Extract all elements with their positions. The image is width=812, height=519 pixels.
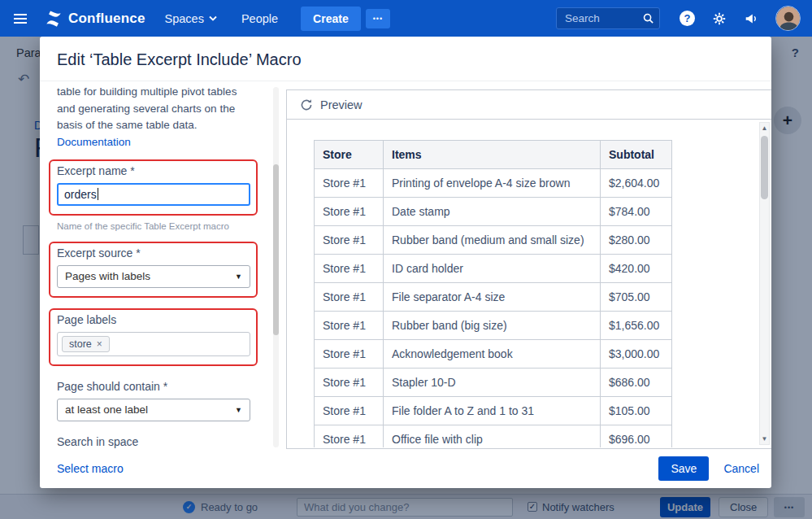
scroll-down-icon[interactable]: ▼ <box>760 434 769 444</box>
table-cell: $280.00 <box>601 226 672 255</box>
hamburger-menu-icon[interactable] <box>14 14 32 24</box>
table-header-row: Store Items Subtotal <box>315 141 672 169</box>
table-cell: Printing of envelope A-4 size brown <box>384 169 601 198</box>
preview-table-body: Store #1Printing of envelope A-4 size br… <box>315 169 672 448</box>
page-should-contain-select[interactable]: at least one label ▼ <box>57 399 250 421</box>
table-cell: $1,656.00 <box>601 312 672 340</box>
table-cell: Office file with clip <box>384 425 601 448</box>
create-more-button[interactable]: ••• <box>366 9 390 28</box>
preview-title: Preview <box>320 98 363 111</box>
settings-gear-icon[interactable] <box>712 11 727 26</box>
macro-parameters-panel: table for building multiple pivot tables… <box>40 82 286 449</box>
table-cell: Store #1 <box>315 340 384 369</box>
preview-header: Preview <box>287 90 771 120</box>
table-cell: Store #1 <box>315 312 384 340</box>
confluence-logo-text: Confluence <box>68 11 145 27</box>
confluence-logo[interactable]: Confluence <box>45 10 145 28</box>
preview-body: Store Items Subtotal Store #1Printing of… <box>287 120 771 447</box>
table-cell: $696.00 <box>601 425 672 448</box>
form-scrollbar[interactable] <box>273 87 279 447</box>
table-cell: $420.00 <box>601 255 672 283</box>
nav-people[interactable]: People <box>241 12 278 25</box>
table-row: Store #1File folder A to Z and 1 to 31$1… <box>315 397 672 425</box>
user-avatar[interactable] <box>775 6 801 31</box>
table-cell: Store #1 <box>315 283 384 312</box>
global-search <box>556 7 660 29</box>
page-labels-input[interactable]: store × <box>57 332 250 356</box>
megaphone-icon[interactable] <box>744 11 758 26</box>
person-icon <box>776 7 801 31</box>
excerpt-source-label: Excerpt source * <box>57 246 253 260</box>
scrollbar-thumb[interactable] <box>761 136 768 199</box>
table-cell: $105.00 <box>601 397 672 425</box>
excerpt-source-select[interactable]: Pages with labels ▼ <box>57 265 250 288</box>
table-row: Store #1ID card holder$420.00 <box>315 255 672 283</box>
table-cell: Store #1 <box>315 255 384 283</box>
create-button[interactable]: Create <box>301 7 361 31</box>
form-scrollbar-thumb[interactable] <box>273 164 279 335</box>
column-header-items: Items <box>384 141 601 169</box>
refresh-icon[interactable] <box>300 98 313 111</box>
table-cell: Store #1 <box>315 226 384 255</box>
label-chip-text: store <box>69 338 92 350</box>
navbar-icon-group: ? <box>680 6 801 31</box>
text-cursor <box>98 188 99 200</box>
column-header-subtotal: Subtotal <box>601 141 672 169</box>
search-in-space-group: Search in space <box>57 435 252 449</box>
chevron-down-icon <box>209 15 217 21</box>
documentation-link[interactable]: Documentation <box>57 136 131 148</box>
page-labels-group: Page labels store × <box>49 308 258 366</box>
table-cell: Acknowledgement book <box>384 340 601 369</box>
table-row: Store #1Rubber band (big size)$1,656.00 <box>315 312 672 340</box>
table-cell: Store #1 <box>315 369 384 397</box>
help-icon[interactable]: ? <box>680 11 695 26</box>
dropdown-arrow-icon: ▼ <box>235 406 242 414</box>
table-cell: File folder A to Z and 1 to 31 <box>384 397 601 425</box>
table-cell: Store #1 <box>315 425 384 448</box>
table-row: Store #1Printing of envelope A-4 size br… <box>315 169 672 198</box>
label-chip: store × <box>62 336 110 352</box>
column-header-store: Store <box>315 141 384 169</box>
nav-spaces[interactable]: Spaces <box>165 12 217 25</box>
dropdown-arrow-icon: ▼ <box>235 273 242 281</box>
table-cell: File separator A-4 size <box>384 283 601 312</box>
chip-remove-icon[interactable]: × <box>97 338 102 350</box>
table-cell: Stapler 10-D <box>384 369 601 397</box>
table-cell: $705.00 <box>601 283 672 312</box>
table-row: Store #1Stapler 10-D$686.00 <box>315 369 672 397</box>
top-navbar: Confluence Spaces People Create ••• ? <box>0 0 812 37</box>
question-glyph: ? <box>684 12 691 24</box>
dialog-header: Edit ‘Table Excerpt Include’ Macro <box>40 37 771 81</box>
table-cell: $784.00 <box>601 198 672 226</box>
preview-scrollbar[interactable]: ▲ ▼ <box>759 122 770 445</box>
table-cell: Date stamp <box>384 198 601 226</box>
table-row: Store #1Acknowledgement book$3,000.00 <box>315 340 672 369</box>
table-row: Store #1File separator A-4 size$705.00 <box>315 283 672 312</box>
search-icon[interactable] <box>642 12 654 24</box>
table-cell: Rubber band (big size) <box>384 312 601 340</box>
table-row: Store #1Rubber band (medium and small si… <box>315 226 672 255</box>
table-cell: Store #1 <box>315 198 384 226</box>
select-macro-link[interactable]: Select macro <box>57 462 124 475</box>
dialog-title: Edit ‘Table Excerpt Include’ Macro <box>57 50 771 69</box>
table-cell: ID card holder <box>384 255 601 283</box>
table-row: Store #1Office file with clip$696.00 <box>315 425 672 448</box>
excerpt-name-helper: Name of the specific Table Excerpt macro <box>57 221 286 231</box>
dialog-footer: Select macro Save Cancel <box>40 449 771 488</box>
table-cell: Store #1 <box>315 397 384 425</box>
excerpt-name-input[interactable]: orders <box>57 183 250 206</box>
page-should-contain-value: at least one label <box>65 403 148 416</box>
edit-macro-dialog: Edit ‘Table Excerpt Include’ Macro table… <box>40 37 771 488</box>
save-button[interactable]: Save <box>658 456 709 481</box>
page-should-contain-label: Page should contain * <box>57 380 252 393</box>
excerpt-name-group: Excerpt name * orders <box>49 159 258 216</box>
excerpt-name-label: Excerpt name * <box>57 164 253 177</box>
confluence-logo-icon <box>45 10 63 28</box>
cancel-link[interactable]: Cancel <box>723 462 759 475</box>
excerpt-source-value: Pages with labels <box>65 270 150 282</box>
search-in-space-label: Search in space <box>57 435 252 448</box>
scroll-up-icon[interactable]: ▲ <box>760 123 769 133</box>
table-cell: $686.00 <box>601 369 672 397</box>
table-row: Store #1Date stamp$784.00 <box>315 198 672 226</box>
nav-people-label: People <box>241 12 278 25</box>
